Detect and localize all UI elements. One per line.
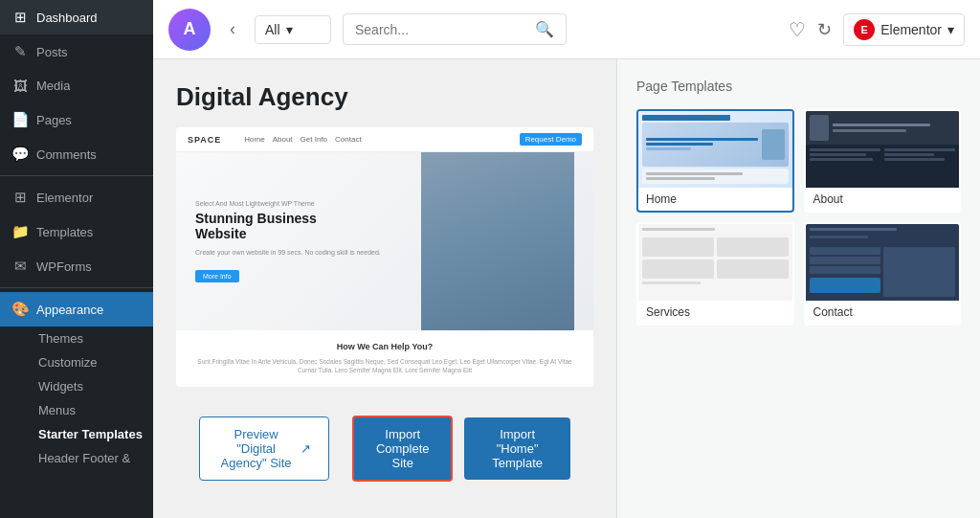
external-link-icon: ↗ [301, 441, 311, 456]
sidebar-item-appearance[interactable]: 🎨 Appearance [0, 292, 153, 327]
comments-icon: 💬 [11, 146, 29, 163]
template-thumb-home [638, 111, 792, 188]
template-label-services: Services [638, 301, 792, 324]
template-thumb-services [638, 224, 792, 301]
templates-grid: Home [636, 109, 961, 326]
mockup-overline: Select And Most Lightweight WP Theme [195, 200, 574, 207]
bottom-bar: Preview "Digital Agency" Site ↗ Import C… [176, 402, 593, 495]
template-card-about[interactable]: About [804, 109, 962, 213]
mockup-text-content: Select And Most Lightweight WP Theme Stu… [195, 200, 574, 282]
mockup-cta-btn: More Info [195, 270, 239, 282]
mockup-hero: Select And Most Lightweight WP Theme Stu… [176, 152, 593, 330]
elementor-icon: ⊞ [11, 189, 29, 206]
sidebar-item-customize[interactable]: Customize [31, 350, 153, 374]
import-home-button[interactable]: Import "Home" Template [464, 417, 570, 480]
main-content: A ‹ All ▾ 🔍 ♡ ↻ E Elementor ▾ Digital Ag… [153, 0, 980, 518]
preview-button[interactable]: Preview "Digital Agency" Site ↗ [199, 417, 329, 481]
sidebar-item-comments[interactable]: 💬 Comments [0, 137, 153, 171]
template-thumb-contact [806, 224, 960, 301]
thumb-about-bottom [806, 145, 960, 188]
template-label-contact: Contact [806, 301, 960, 324]
mockup-sub: Create your own website in 99 secs. No c… [195, 248, 574, 258]
sidebar-item-posts[interactable]: ✎ Posts [0, 34, 153, 69]
sidebar-item-themes[interactable]: Themes [31, 327, 153, 350]
logo: A [168, 9, 211, 51]
pages-icon: 📄 [11, 111, 29, 128]
sidebar-item-wpforms[interactable]: ✉ WPForms [0, 249, 153, 283]
elementor-badge[interactable]: E Elementor ▾ [843, 13, 965, 46]
template-card-contact[interactable]: Contact [804, 222, 962, 326]
sidebar-item-dashboard[interactable]: ⊞ Dashboard [0, 0, 153, 34]
mockup-header: SPACE Home About Get Info Contact Reques… [176, 127, 593, 152]
sidebar-item-menus[interactable]: Menus [31, 398, 153, 422]
template-card-services[interactable]: Services [636, 222, 794, 326]
sidebar-item-header-footer[interactable]: Header Footer & [31, 446, 153, 470]
right-panel: Page Templates [616, 59, 980, 518]
mockup-section-title: How We Can Help You? [188, 342, 582, 351]
search-icon: 🔍 [535, 20, 554, 38]
appearance-icon: 🎨 [11, 301, 29, 318]
mockup-brand: SPACE [188, 135, 221, 145]
mockup-headline: Stunning BusinessWebsite [195, 211, 574, 243]
thumb-person-img [762, 129, 785, 160]
search-box: 🔍 [343, 13, 567, 45]
import-complete-button[interactable]: Import Complete Site [352, 416, 453, 482]
sidebar-submenu: Themes Customize Widgets Menus Starter T… [0, 327, 153, 470]
thumb-hero-block [642, 123, 789, 167]
back-button[interactable]: ‹ [222, 15, 243, 43]
thumb-text-block [646, 138, 758, 152]
thumb-about-top [806, 111, 960, 145]
favorites-button[interactable]: ♡ [789, 18, 806, 41]
dashboard-icon: ⊞ [11, 9, 29, 26]
mockup-section-text: Sunt Fringilla Vitae In Ante Vehicula. D… [188, 357, 582, 376]
sidebar-item-elementor[interactable]: ⊞ Elementor [0, 180, 153, 214]
template-label-about: About [806, 188, 960, 211]
left-panel: Digital Agency SPACE Home About Get Info… [153, 59, 616, 518]
sidebar-item-starter-templates[interactable]: Starter Templates [31, 422, 153, 446]
sidebar: ⊞ Dashboard ✎ Posts 🖼 Media 📄 Pages 💬 Co… [0, 0, 153, 518]
mockup-cta-header: Request Demo [520, 133, 582, 146]
preview-mockup: SPACE Home About Get Info Contact Reques… [176, 127, 593, 387]
sidebar-item-pages[interactable]: 📄 Pages [0, 102, 153, 137]
template-label-home: Home [638, 188, 792, 211]
search-input[interactable] [355, 22, 527, 37]
sidebar-item-templates[interactable]: 📁 Templates [0, 214, 153, 249]
template-card-home[interactable]: Home [636, 109, 794, 213]
chevron-down-icon: ▾ [286, 22, 293, 37]
mockup-section: How We Can Help You? Sunt Fringilla Vita… [176, 330, 593, 388]
thumb-bar [642, 115, 730, 121]
template-thumb-about [806, 111, 960, 188]
content-area: Digital Agency SPACE Home About Get Info… [153, 59, 980, 518]
media-icon: 🖼 [11, 78, 29, 94]
page-title: Digital Agency [176, 82, 593, 112]
topbar: A ‹ All ▾ 🔍 ♡ ↻ E Elementor ▾ [153, 0, 980, 59]
wpforms-icon: ✉ [11, 258, 29, 275]
sidebar-item-widgets[interactable]: Widgets [31, 374, 153, 398]
sidebar-item-media[interactable]: 🖼 Media [0, 69, 153, 102]
refresh-button[interactable]: ↻ [817, 19, 832, 40]
panel-section-title: Page Templates [636, 79, 961, 94]
elementor-logo: E [854, 19, 875, 40]
templates-icon: 📁 [11, 223, 29, 240]
preview-container: SPACE Home About Get Info Contact Reques… [176, 127, 593, 387]
mockup-nav: Home About Get Info Contact [244, 135, 361, 144]
elementor-chevron-icon: ▾ [947, 22, 954, 37]
filter-dropdown[interactable]: All ▾ [255, 15, 331, 44]
posts-icon: ✎ [11, 43, 29, 60]
